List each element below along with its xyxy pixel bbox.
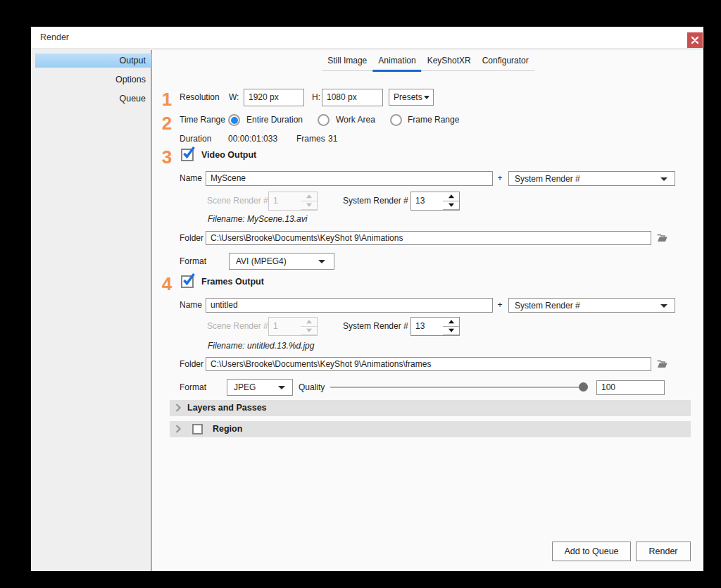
frames-suffix-dropdown[interactable]: System Render # [508, 298, 675, 313]
video-system-render-label: System Render # [343, 192, 408, 211]
video-format-dropdown-value: AVI (MPEG4) [236, 254, 287, 269]
quality-slider-track[interactable] [330, 387, 588, 388]
layers-and-passes-section[interactable]: Layers and Passes [170, 400, 691, 416]
video-suffix-dropdown-value: System Render # [515, 172, 580, 185]
frames-system-render-spinner[interactable]: 13 [410, 317, 460, 336]
chevron-down-icon [424, 96, 430, 99]
sidebar-item-options[interactable]: Options [35, 73, 151, 87]
step-number-2: 2 [161, 114, 173, 132]
video-folder-label: Folder [180, 231, 203, 245]
triangle-up-icon [449, 320, 454, 323]
add-to-queue-button[interactable]: Add to Queue [552, 542, 631, 561]
entire-duration-label: Entire Duration [246, 114, 303, 126]
frames-output-label: Frames Output [201, 275, 264, 288]
duration-label: Duration [180, 133, 211, 144]
spinner-arrows [443, 318, 459, 335]
spin-down-button [301, 327, 317, 336]
video-suffix-dropdown[interactable]: System Render # [508, 171, 675, 186]
quality-input[interactable]: 100 [596, 380, 665, 395]
quality-label: Quality [299, 379, 325, 396]
video-plus-label: + [496, 171, 504, 186]
video-folder-input[interactable]: C:\Users\Brooke\Documents\KeyShot 9\Anim… [206, 231, 651, 245]
frames-name-input[interactable]: untitled [206, 298, 493, 313]
sidebar [31, 50, 152, 571]
render-button[interactable]: Render [636, 542, 691, 561]
frames-scene-render-value: 1 [273, 318, 278, 335]
triangle-down-icon [306, 329, 312, 332]
spin-down-button[interactable] [443, 201, 459, 211]
sidebar-item-queue[interactable]: Queue [35, 92, 151, 106]
region-checkbox[interactable] [192, 424, 203, 434]
spin-up-button [301, 192, 317, 201]
presets-dropdown-value: Presets [394, 89, 422, 105]
frames-format-dropdown-value: JPEG [234, 380, 256, 395]
frame-range-label: Frame Range [408, 114, 459, 126]
chevron-right-icon [175, 404, 181, 412]
browse-folder-icon[interactable] [657, 360, 667, 368]
height-input[interactable]: 1080 px [322, 89, 383, 106]
video-name-label: Name [180, 171, 202, 186]
check-icon [182, 272, 196, 287]
video-format-label: Format [180, 253, 206, 270]
region-section[interactable]: Region [170, 421, 691, 437]
video-scene-render-spinner: 1 [268, 192, 318, 211]
video-output-checkbox[interactable] [181, 149, 194, 161]
chevron-down-icon [318, 260, 325, 263]
radio-work-area[interactable] [318, 114, 330, 126]
triangle-down-icon [449, 204, 454, 207]
video-format-dropdown[interactable]: AVI (MPEG4) [229, 253, 334, 270]
triangle-up-icon [306, 194, 312, 198]
tab-keyshotxr[interactable]: KeyShotXR [422, 52, 477, 70]
desktop-background: Render Output Options Queue Still Image … [0, 0, 721, 588]
check-icon [182, 145, 196, 160]
duration-value: 00:00:01:033 [228, 133, 277, 144]
spin-up-button[interactable] [443, 318, 459, 327]
radio-dot [231, 117, 238, 124]
frames-folder-input[interactable]: C:\Users\Brooke\Documents\KeyShot 9\Anim… [206, 357, 651, 371]
spin-up-button[interactable] [443, 192, 459, 201]
step-number-4: 4 [161, 275, 173, 293]
frames-output-checkbox[interactable] [181, 275, 194, 288]
browse-folder-icon[interactable] [657, 234, 667, 242]
frames-scene-render-spinner: 1 [268, 317, 318, 336]
work-area-label: Work Area [336, 114, 375, 126]
width-input[interactable]: 1920 px [244, 89, 304, 106]
tab-animation[interactable]: Animation [372, 52, 421, 70]
titlebar: Render [31, 27, 703, 49]
step-number-1: 1 [161, 90, 173, 108]
sidebar-item-output[interactable]: Output [35, 54, 151, 68]
radio-frame-range[interactable] [390, 114, 402, 126]
chevron-down-icon [660, 304, 667, 308]
frames-format-label: Format [180, 379, 206, 396]
layers-and-passes-label: Layers and Passes [187, 400, 267, 416]
close-button[interactable] [687, 32, 703, 48]
tab-configurator[interactable]: Configurator [477, 52, 534, 70]
radio-entire-duration[interactable] [228, 114, 240, 126]
chevron-down-icon [278, 386, 285, 389]
spin-down-button[interactable] [443, 327, 459, 336]
time-range-label: Time Range [180, 114, 225, 126]
frames-filename-text: Filename: untitled.13.%d.jpg [208, 341, 314, 351]
spinner-arrows [301, 192, 317, 210]
spin-up-button [301, 318, 317, 327]
frames-format-dropdown[interactable]: JPEG [227, 379, 293, 396]
frames-suffix-dropdown-value: System Render # [515, 299, 580, 312]
video-scene-render-label: Scene Render # [207, 192, 268, 211]
video-scene-render-value: 1 [273, 192, 278, 210]
frames-name-label: Name [180, 298, 202, 313]
video-system-render-spinner[interactable]: 13 [410, 192, 460, 211]
spinner-arrows [301, 318, 317, 335]
triangle-down-icon [306, 204, 312, 207]
video-name-input[interactable]: MyScene [206, 171, 493, 186]
triangle-down-icon [449, 329, 454, 332]
quality-slider-handle[interactable] [579, 382, 588, 392]
step-number-3: 3 [161, 148, 173, 166]
window-title: Render [40, 27, 69, 49]
triangle-up-icon [449, 194, 454, 198]
tab-bar: Still Image Animation KeyShotXR Configur… [322, 52, 534, 71]
frames-system-render-label: System Render # [343, 317, 408, 336]
tab-still-image[interactable]: Still Image [322, 52, 372, 70]
presets-dropdown[interactable]: Presets [389, 89, 434, 106]
chevron-down-icon [660, 177, 667, 181]
chevron-right-icon [175, 425, 181, 433]
